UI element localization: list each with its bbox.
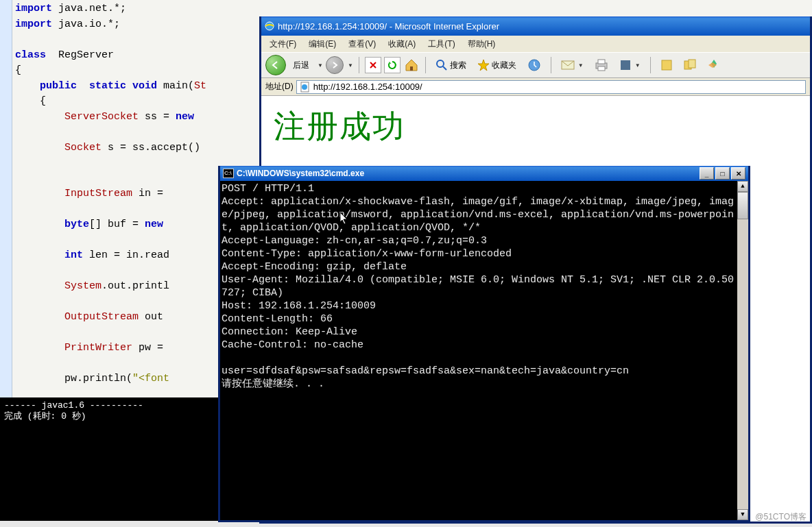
svg-rect-12 [689, 60, 695, 68]
mail-icon [561, 60, 575, 71]
forward-button[interactable] [326, 56, 344, 74]
history-icon [527, 58, 541, 72]
compile-line: 完成 (耗时: 0 秒) [4, 411, 86, 421]
svg-rect-9 [621, 60, 630, 70]
print-button[interactable] [590, 56, 612, 74]
menu-tools[interactable]: 工具(T) [422, 37, 460, 51]
ie-titlebar[interactable]: http://192.168.1.254:10009/ - Microsoft … [261, 16, 810, 36]
menu-edit[interactable]: 编辑(E) [303, 37, 342, 51]
extra-button-2[interactable] [656, 56, 677, 74]
mail-button[interactable]: ▼ [557, 57, 588, 73]
extra-button-3[interactable] [680, 56, 700, 74]
watermark: @51CTO博客 [755, 511, 807, 523]
minimize-button[interactable]: _ [700, 167, 714, 180]
printer-icon [595, 59, 608, 71]
scroll-track[interactable] [737, 219, 748, 509]
address-input[interactable]: http://192.168.1.254:10009/ [296, 80, 806, 94]
back-label[interactable]: 后退 [289, 57, 313, 74]
home-button[interactable] [403, 57, 420, 73]
editor-gutter [0, 0, 12, 397]
maximize-button[interactable]: □ [715, 167, 730, 180]
svg-line-3 [443, 66, 446, 70]
svg-point-14 [302, 84, 307, 90]
ie-logo-icon [264, 21, 275, 32]
compile-output: ------ javac1.6 ---------- 完成 (耗时: 0 秒) [0, 397, 219, 521]
cmd-titlebar[interactable]: C:\ C:\WINDOWS\system32\cmd.exe _ □ ✕ [220, 166, 748, 181]
cmd-output[interactable]: POST / HTTP/1.1 Accept: application/x-sh… [220, 181, 737, 520]
stop-button[interactable] [365, 57, 381, 73]
menu-favorites[interactable]: 收藏(A) [383, 37, 421, 51]
scroll-up-icon[interactable]: ▲ [737, 181, 748, 192]
menu-view[interactable]: 查看(V) [343, 37, 381, 51]
menu-file[interactable]: 文件(F) [264, 37, 302, 51]
scroll-down-icon[interactable]: ▼ [737, 509, 748, 520]
back-button[interactable] [265, 55, 286, 75]
toolbar-separator [551, 57, 551, 73]
refresh-button[interactable] [384, 57, 401, 73]
window-controls: _ □ ✕ [700, 167, 745, 180]
star-icon [477, 59, 490, 71]
svg-rect-10 [662, 60, 671, 70]
cmd-title-text: C:\WINDOWS\system32\cmd.exe [237, 169, 364, 178]
close-button[interactable]: ✕ [731, 167, 745, 180]
cmd-icon: C:\ [223, 169, 234, 178]
extra-button-4[interactable] [703, 56, 725, 75]
svg-point-2 [437, 60, 444, 67]
search-button[interactable]: 搜索 [431, 56, 470, 74]
extra-button-1[interactable]: ▼ [615, 56, 645, 74]
page-text: 注册成功 [274, 106, 798, 148]
forward-dropdown-icon[interactable]: ▼ [348, 62, 353, 69]
page-icon [300, 82, 311, 93]
search-label: 搜索 [450, 60, 466, 71]
menu-help[interactable]: 帮助(H) [462, 37, 501, 51]
history-button[interactable] [523, 56, 545, 75]
toolbar-separator [425, 57, 426, 73]
toolbar-separator [650, 57, 651, 73]
cmd-body: POST / HTTP/1.1 Accept: application/x-sh… [220, 181, 748, 520]
ie-title-text: http://192.168.1.254:10009/ - Microsoft … [278, 21, 499, 32]
svg-rect-7 [598, 60, 605, 64]
favorites-label: 收藏夹 [492, 60, 516, 71]
ie-menubar: 文件(F) 编辑(E) 查看(V) 收藏(A) 工具(T) 帮助(H) [261, 36, 810, 52]
favorites-button[interactable]: 收藏夹 [473, 56, 521, 74]
address-label: 地址(D) [265, 81, 294, 93]
svg-rect-1 [410, 66, 413, 71]
address-value: http://192.168.1.254:10009/ [313, 82, 422, 92]
toolbar-separator [359, 57, 359, 73]
back-dropdown-icon[interactable]: ▼ [318, 62, 323, 69]
scroll-thumb[interactable] [737, 192, 748, 219]
cmd-window: C:\ C:\WINDOWS\system32\cmd.exe _ □ ✕ PO… [218, 166, 750, 522]
cmd-scrollbar[interactable]: ▲ ▼ [737, 181, 748, 520]
compile-line: ------ javac1.6 ---------- [4, 400, 143, 410]
svg-rect-8 [598, 66, 605, 71]
ie-toolbar: 后退 ▼ ▼ 搜索 收藏夹 ▼ [261, 52, 810, 78]
ie-addressbar: 地址(D) http://192.168.1.254:10009/ [261, 78, 810, 96]
search-icon [435, 59, 448, 71]
